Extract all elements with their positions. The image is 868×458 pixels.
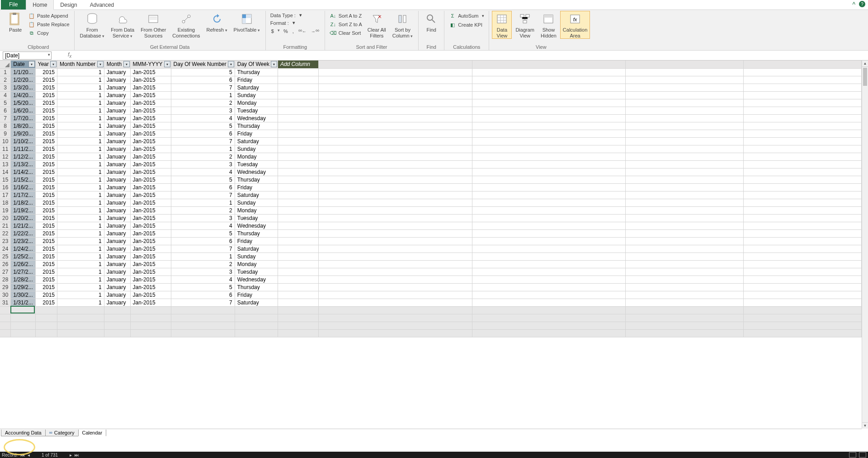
cell-dow-number[interactable]: 4	[171, 276, 235, 283]
cell-empty[interactable]	[278, 107, 318, 114]
cell-empty[interactable]	[318, 299, 472, 306]
cell-dow-number[interactable]: 4	[171, 114, 235, 122]
cell-empty[interactable]	[626, 114, 744, 122]
cell-year[interactable]: 2015	[35, 76, 57, 84]
cell-empty[interactable]	[278, 237, 318, 245]
cell-year[interactable]: 2015	[35, 114, 57, 122]
cell-empty[interactable]	[472, 137, 626, 145]
cell-month[interactable]: January	[104, 222, 130, 229]
cell-date[interactable]: 1/13/2...	[11, 160, 35, 168]
cell-empty[interactable]	[472, 176, 626, 183]
currency-button[interactable]: $	[270, 28, 275, 34]
cell-empty[interactable]	[171, 322, 235, 329]
cell-empty[interactable]	[278, 306, 318, 314]
row-header[interactable]: 9	[0, 130, 11, 137]
cell-empty[interactable]	[626, 91, 744, 99]
cell-month[interactable]: January	[104, 291, 130, 299]
cell-mmm-yyyy[interactable]: Jan-2015	[130, 107, 171, 114]
cell-dow[interactable]: Saturday	[235, 137, 278, 145]
cell-empty[interactable]	[744, 114, 862, 122]
cell-date[interactable]: 1/27/2...	[11, 268, 35, 276]
cell-date[interactable]: 1/4/20...	[11, 91, 35, 99]
cell-empty[interactable]	[744, 183, 862, 191]
cell-empty[interactable]	[235, 306, 278, 314]
cell-year[interactable]: 2015	[35, 283, 57, 291]
view-grid-icon[interactable]	[849, 452, 856, 458]
cell-empty[interactable]	[744, 314, 862, 322]
row-header[interactable]: 6	[0, 107, 11, 114]
filter-icon[interactable]: ▾	[271, 61, 277, 67]
cell-date[interactable]: 1/31/2...	[11, 299, 35, 306]
record-first-icon[interactable]: ⏮	[20, 453, 25, 458]
cell-empty[interactable]	[626, 206, 744, 214]
cell-mmm-yyyy[interactable]: Jan-2015	[130, 76, 171, 84]
cell-month[interactable]: January	[104, 276, 130, 283]
cell-mmm-yyyy[interactable]: Jan-2015	[130, 160, 171, 168]
cell-date[interactable]: 1/8/20...	[11, 122, 35, 130]
cell-month[interactable]: January	[104, 145, 130, 153]
cell-dow-number[interactable]: 7	[171, 137, 235, 145]
cell-empty[interactable]	[472, 229, 626, 237]
cell-empty[interactable]	[318, 283, 472, 291]
cell-empty[interactable]	[472, 214, 626, 222]
row-header[interactable]: 26	[0, 260, 11, 268]
cell-month-number[interactable]: 1	[57, 160, 104, 168]
cell-empty[interactable]	[626, 283, 744, 291]
cell-dow[interactable]: Saturday	[235, 245, 278, 252]
cell-dow-number[interactable]: 6	[171, 130, 235, 137]
table-row[interactable]: 20 1/20/2... 2015 1 January Jan-2015 3 T…	[0, 214, 862, 222]
cell-empty[interactable]	[626, 314, 744, 322]
row-header[interactable]: 23	[0, 237, 11, 245]
cell-month-number[interactable]: 1	[57, 176, 104, 183]
cell-dow[interactable]: Friday	[235, 291, 278, 299]
cell-month-number[interactable]: 1	[57, 245, 104, 252]
column-header-month[interactable]: Month▾	[104, 61, 130, 68]
row-header[interactable]: 16	[0, 183, 11, 191]
cell-empty[interactable]	[278, 299, 318, 306]
cell-month[interactable]: January	[104, 137, 130, 145]
cell-year[interactable]: 2015	[35, 229, 57, 237]
cell-dow[interactable]: Saturday	[235, 191, 278, 199]
cell-date[interactable]: 1/5/20...	[11, 99, 35, 107]
cell-empty[interactable]	[318, 260, 472, 268]
table-row[interactable]: 25 1/25/2... 2015 1 January Jan-2015 1 S…	[0, 252, 862, 260]
cell-empty[interactable]	[626, 276, 744, 283]
filter-icon[interactable]: ▾	[28, 61, 35, 67]
cell-empty[interactable]	[744, 68, 862, 76]
cell-mmm-yyyy[interactable]: Jan-2015	[130, 122, 171, 130]
cell-empty[interactable]	[626, 291, 744, 299]
column-header-day-of-week-number[interactable]: Day Of Week Number▾	[171, 61, 235, 68]
find-button[interactable]: Find	[421, 11, 441, 33]
table-row[interactable]: 23 1/23/2... 2015 1 January Jan-2015 6 F…	[0, 237, 862, 245]
cell-year[interactable]: 2015	[35, 222, 57, 229]
cell-empty[interactable]	[626, 191, 744, 199]
cell-empty[interactable]	[318, 76, 472, 84]
cell-empty[interactable]	[318, 245, 472, 252]
table-row[interactable]: 3 1/3/20... 2015 1 January Jan-2015 7 Sa…	[0, 84, 862, 91]
column-header-year[interactable]: Year▾	[35, 61, 57, 68]
cell-empty[interactable]	[472, 84, 626, 91]
cell-mmm-yyyy[interactable]: Jan-2015	[130, 229, 171, 237]
cell-empty[interactable]	[35, 329, 57, 337]
scroll-up-icon[interactable]: ▲	[862, 61, 868, 67]
cell-month-number[interactable]: 1	[57, 76, 104, 84]
cell-mmm-yyyy[interactable]: Jan-2015	[130, 291, 171, 299]
cell-month[interactable]: January	[104, 283, 130, 291]
cell-empty[interactable]	[626, 322, 744, 329]
cell-empty[interactable]	[472, 199, 626, 206]
cell-mmm-yyyy[interactable]: Jan-2015	[130, 206, 171, 214]
cell-month[interactable]: January	[104, 168, 130, 176]
cell-dow-number[interactable]: 3	[171, 107, 235, 114]
table-row[interactable]: 21 1/21/2... 2015 1 January Jan-2015 4 W…	[0, 222, 862, 229]
cell-empty[interactable]	[318, 114, 472, 122]
cell-empty[interactable]	[744, 99, 862, 107]
cell-empty[interactable]	[472, 68, 626, 76]
cell-empty[interactable]	[472, 91, 626, 99]
cell-empty[interactable]	[744, 306, 862, 314]
cell-mmm-yyyy[interactable]: Jan-2015	[130, 214, 171, 222]
cell-empty[interactable]	[744, 283, 862, 291]
row-header[interactable]: 2	[0, 76, 11, 84]
cell-empty[interactable]	[278, 206, 318, 214]
cell-empty[interactable]	[57, 329, 104, 337]
cell-empty[interactable]	[744, 130, 862, 137]
